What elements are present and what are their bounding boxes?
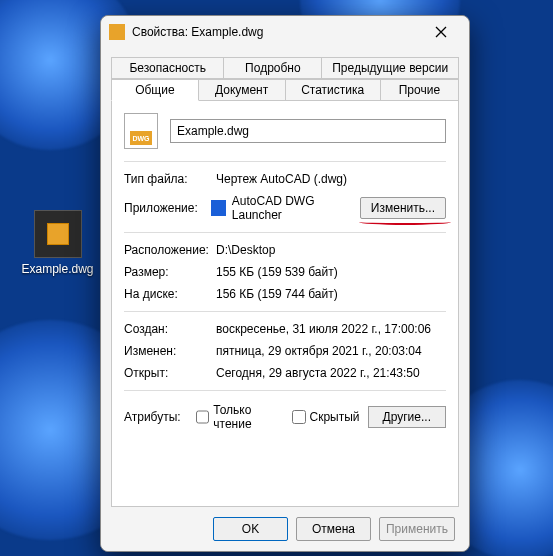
- checkbox-readonly-label: Только чтение: [213, 403, 283, 431]
- change-app-label: Изменить...: [371, 201, 435, 215]
- label-created: Создан:: [124, 322, 216, 336]
- label-accessed: Открыт:: [124, 366, 216, 380]
- annotation-underline: [359, 219, 451, 225]
- label-app: Приложение:: [124, 201, 211, 215]
- checkbox-hidden-label: Скрытый: [310, 410, 360, 424]
- separator: [124, 232, 446, 233]
- label-ondisk: На диске:: [124, 287, 216, 301]
- dialog-button-row: OK Отмена Применить: [101, 507, 469, 551]
- value-filetype: Чертеж AutoCAD (.dwg): [216, 172, 347, 186]
- dwg-file-icon: [34, 210, 82, 258]
- label-filetype: Тип файла:: [124, 172, 216, 186]
- filename-input[interactable]: [170, 119, 446, 143]
- tab-security[interactable]: Безопасность: [111, 57, 224, 79]
- value-accessed: Сегодня, 29 августа 2022 г., 21:43:50: [216, 366, 420, 380]
- ok-button[interactable]: OK: [213, 517, 288, 541]
- close-icon: [435, 26, 447, 38]
- change-app-button[interactable]: Изменить...: [360, 197, 446, 219]
- label-attributes: Атрибуты:: [124, 410, 188, 424]
- tab-stats[interactable]: Статистика: [286, 79, 381, 101]
- separator: [124, 390, 446, 391]
- separator: [124, 311, 446, 312]
- value-size: 155 КБ (159 539 байт): [216, 265, 338, 279]
- label-size: Размер:: [124, 265, 216, 279]
- apply-button[interactable]: Применить: [379, 517, 455, 541]
- separator: [124, 161, 446, 162]
- tab-document[interactable]: Документ: [199, 79, 286, 101]
- checkbox-readonly-input[interactable]: [196, 410, 209, 424]
- dwg-badge: DWG: [130, 131, 152, 145]
- app-icon: [211, 200, 226, 216]
- tab-panel-general: DWG Тип файла: Чертеж AutoCAD (.dwg) При…: [111, 100, 459, 507]
- value-app: AutoCAD DWG Launcher: [232, 194, 360, 222]
- desktop-file-icon[interactable]: Example.dwg: [20, 210, 95, 276]
- cancel-button[interactable]: Отмена: [296, 517, 371, 541]
- tab-other[interactable]: Прочие: [381, 79, 459, 101]
- window-title: Свойства: Example.dwg: [132, 25, 414, 39]
- checkbox-hidden[interactable]: Скрытый: [292, 410, 360, 424]
- tab-details[interactable]: Подробно: [224, 57, 322, 79]
- checkbox-readonly[interactable]: Только чтение: [196, 403, 283, 431]
- desktop-file-label: Example.dwg: [20, 262, 95, 276]
- tab-general[interactable]: Общие: [111, 79, 199, 101]
- close-button[interactable]: [421, 18, 461, 46]
- label-location: Расположение:: [124, 243, 216, 257]
- value-created: воскресенье, 31 июля 2022 г., 17:00:06: [216, 322, 431, 336]
- value-ondisk: 156 КБ (159 744 байт): [216, 287, 338, 301]
- value-location: D:\Desktop: [216, 243, 275, 257]
- label-modified: Изменен:: [124, 344, 216, 358]
- file-type-icon: DWG: [124, 113, 158, 149]
- value-modified: пятница, 29 октября 2021 г., 20:03:04: [216, 344, 422, 358]
- advanced-attributes-button[interactable]: Другие...: [368, 406, 446, 428]
- titlebar-app-icon: [109, 24, 125, 40]
- properties-dialog: Свойства: Example.dwg Безопасность Подро…: [100, 15, 470, 552]
- tabs: Безопасность Подробно Предыдущие версии …: [101, 48, 469, 100]
- titlebar[interactable]: Свойства: Example.dwg: [101, 16, 469, 48]
- checkbox-hidden-input[interactable]: [292, 410, 306, 424]
- tab-versions[interactable]: Предыдущие версии: [322, 57, 459, 79]
